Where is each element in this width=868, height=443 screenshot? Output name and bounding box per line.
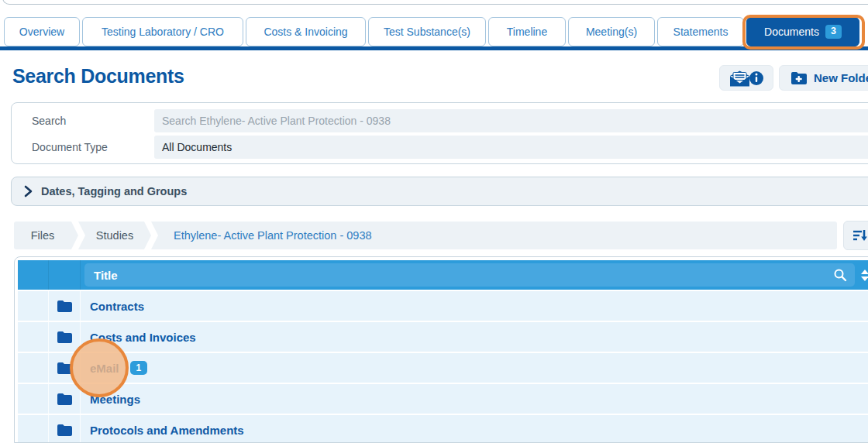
row-select-cell — [18, 415, 49, 443]
info-icon — [749, 70, 764, 86]
search-icon[interactable] — [833, 268, 847, 282]
tab-testing-laboratory[interactable]: Testing Laboratory / CRO — [82, 17, 243, 46]
tabbar-underline — [0, 46, 868, 50]
header-select-column — [18, 260, 49, 290]
folder-icon — [57, 300, 72, 312]
mail-info-button[interactable] — [719, 65, 773, 91]
tab-documents[interactable]: Documents 3 — [746, 17, 859, 46]
search-input[interactable] — [154, 109, 868, 132]
search-label: Search — [32, 115, 154, 127]
tab-bar: Overview Testing Laboratory / CRO Costs … — [4, 17, 859, 46]
breadcrumb-files[interactable]: Files — [14, 222, 71, 249]
document-type-select[interactable]: All Documents — [154, 136, 868, 159]
breadcrumb-current-study[interactable]: Ethylene- Active Plant Protection - 0938 — [158, 222, 837, 249]
table-row-costs-and-invoices[interactable]: Costs and Invoices — [18, 322, 868, 352]
breadcrumb-separator-icon — [71, 222, 85, 249]
row-select-cell — [18, 322, 49, 352]
row-select-cell — [18, 384, 49, 414]
folder-plus-icon — [790, 71, 807, 84]
header-icon-column — [49, 260, 81, 290]
folder-name: Protocols and Amendments — [90, 424, 244, 437]
title-column-header[interactable]: Title — [84, 263, 855, 287]
dates-tagging-groups-panel[interactable]: Dates, Tagging and Groups — [11, 177, 868, 206]
document-type-label: Document Type — [32, 141, 154, 153]
tab-costs-invoicing[interactable]: Costs & Invoicing — [246, 17, 366, 46]
table-row-contracts[interactable]: Contracts — [18, 291, 868, 321]
title-header-label: Title — [94, 269, 118, 282]
tab-overview[interactable]: Overview — [4, 17, 80, 46]
row-select-cell — [18, 291, 49, 321]
table-row-protocols-and-amendments[interactable]: Protocols and Amendments — [18, 415, 868, 443]
page-title: Search Documents — [12, 65, 184, 88]
folder-name: Contracts — [90, 300, 144, 313]
folder-icon — [57, 393, 72, 405]
row-select-cell — [18, 353, 49, 383]
documents-count-badge: 3 — [825, 25, 842, 39]
table-row-email[interactable]: eMail 1 — [18, 353, 868, 383]
folder-name: Meetings — [90, 393, 140, 406]
breadcrumb-separator-icon — [144, 222, 158, 249]
breadcrumb: Files Studies Ethylene- Active Plant Pro… — [14, 222, 837, 249]
tab-timeline[interactable]: Timeline — [488, 17, 566, 46]
folder-icon — [57, 362, 72, 374]
folder-name: eMail — [90, 362, 119, 375]
column-sort-icon[interactable] — [855, 270, 868, 281]
documents-table: Title Contracts Costs an — [14, 256, 868, 443]
search-panel: Search Document Type All Documents — [11, 102, 868, 164]
upper-panel-edge — [2, 0, 868, 5]
folder-icon — [57, 424, 72, 436]
sort-descending-icon — [852, 228, 868, 242]
table-row-meetings[interactable]: Meetings — [18, 384, 868, 414]
folder-name: Costs and Invoices — [90, 331, 196, 344]
table-header-row: Title — [18, 260, 868, 290]
new-folder-label: New Folder — [814, 71, 868, 84]
dates-tagging-groups-label: Dates, Tagging and Groups — [41, 185, 187, 197]
breadcrumb-studies[interactable]: Studies — [85, 222, 144, 249]
open-envelope-icon — [729, 70, 750, 87]
sort-order-button[interactable] — [843, 221, 868, 250]
tab-statements[interactable]: Statements — [657, 17, 744, 46]
new-folder-button[interactable]: New Folder — [779, 65, 868, 91]
email-count-badge: 1 — [130, 361, 148, 375]
tab-meetings[interactable]: Meeting(s) — [568, 17, 655, 46]
tab-test-substances[interactable]: Test Substance(s) — [368, 17, 486, 46]
folder-icon — [57, 331, 72, 343]
chevron-right-icon — [22, 185, 33, 197]
